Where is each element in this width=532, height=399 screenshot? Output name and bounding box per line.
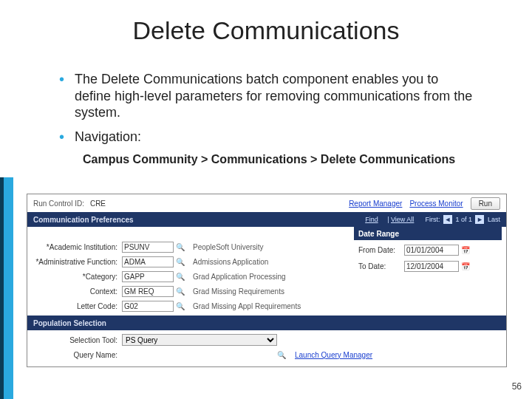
to-date-row: To Date: 12/01/2004 📅 [358,259,497,273]
prev-icon[interactable]: ◄ [443,215,452,224]
pager-last-label: Last [488,216,500,223]
context-input[interactable]: GM REQ [122,286,174,297]
next-icon[interactable]: ► [475,215,484,224]
lookup-icon[interactable]: 🔍 [175,286,185,296]
institution-input[interactable]: PSUNV [122,242,174,253]
bullet-text: Navigation: [75,129,141,146]
run-button[interactable]: Run [471,197,500,210]
field-description: Grad Application Processing [193,273,286,281]
bullet-list: • The Delete Communications batch compon… [59,71,473,167]
date-range-panel: Date Range From Date: 01/01/2004 📅 To Da… [354,227,502,279]
letter-code-input[interactable]: G02 [122,301,174,312]
bullet-text: The Delete Communications batch componen… [75,71,473,121]
bullet-dot: • [59,71,64,121]
lookup-icon[interactable]: 🔍 [175,242,185,252]
field-label: *Administrative Function: [33,258,122,266]
slide-title: Delete Communications [0,16,532,45]
from-date-input[interactable]: 01/01/2004 [404,245,459,256]
pager-first-label: First: [425,216,440,223]
bullet-item: • Navigation: [59,129,473,146]
calendar-icon[interactable]: 📅 [460,261,471,271]
grid-utilities: Find | View All First: ◄ 1 of 1 ► Last [365,215,500,224]
query-name-row: Query Name: 🔍 Launch Query Manager [33,348,500,361]
admin-func-input[interactable]: ADMA [122,256,174,267]
calendar-icon[interactable]: 📅 [460,245,471,255]
to-date-label: To Date: [358,262,404,270]
query-name-label: Query Name: [33,351,122,359]
page-number: 56 [512,381,522,392]
to-date-input[interactable]: 12/01/2004 [404,261,459,272]
population-selection-bar: Population Selection [27,316,506,330]
lookup-icon[interactable]: 🔍 [175,271,185,282]
field-description: PeopleSoft University [193,243,264,251]
bullet-item: • The Delete Communications batch compon… [59,71,473,121]
bar-title: Communication Preferences [33,216,134,224]
date-range-header: Date Range [354,227,502,240]
field-description: Grad Missing Requirements [193,287,284,296]
bar-title: Population Selection [33,319,106,327]
run-control-row: Run Control ID: CRE Report Manager Proce… [27,194,506,212]
run-control-label: Run Control ID: [33,200,84,208]
bullet-dot: • [59,129,64,146]
slide: Delete Communications • The Delete Commu… [0,0,532,399]
viewall-link[interactable]: View All [391,216,414,223]
selection-tool-label: Selection Tool: [33,336,122,344]
lookup-icon[interactable]: 🔍 [277,351,286,359]
field-label: Context: [33,287,122,296]
field-description: Admissions Application [193,258,268,266]
field-description: Grad Missing Appl Requirements [193,302,301,310]
communication-preferences-bar: Communication Preferences Find | View Al… [27,212,506,227]
category-input[interactable]: GAPP [122,271,174,282]
population-selection-body: Selection Tool: PS Query Query Name: 🔍 L… [27,330,506,366]
field-label: *Academic Institution: [33,243,122,251]
lookup-icon[interactable]: 🔍 [175,301,185,311]
from-date-label: From Date: [358,246,404,254]
process-monitor-link[interactable]: Process Monitor [409,200,463,208]
field-label: *Category: [33,273,122,281]
selection-tool-select[interactable]: PS Query [122,334,277,346]
navigation-path: Campus Community > Communications > Dele… [83,152,473,167]
embedded-screenshot: Run Control ID: CRE Report Manager Proce… [27,194,507,367]
lookup-icon[interactable]: 🔍 [175,256,185,267]
field-letter-code: Letter Code: G02 🔍 Grad Missing Appl Req… [33,299,500,313]
pager-text: 1 of 1 [455,216,472,223]
run-control-value: CRE [90,200,106,208]
launch-query-manager-link[interactable]: Launch Query Manager [295,351,372,359]
selection-tool-row: Selection Tool: PS Query [33,333,500,347]
accent-bar [0,177,13,399]
report-manager-link[interactable]: Report Manager [349,200,402,208]
find-link[interactable]: Find [365,216,378,223]
field-context: Context: GM REQ 🔍 Grad Missing Requireme… [33,284,500,298]
field-label: Letter Code: [33,302,122,310]
from-date-row: From Date: 01/01/2004 📅 [358,243,497,256]
